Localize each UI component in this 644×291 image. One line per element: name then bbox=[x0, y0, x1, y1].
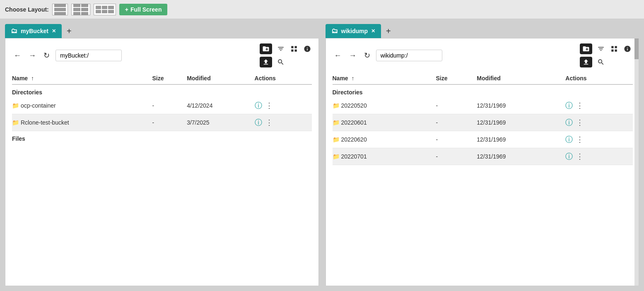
right-row4-more-icon[interactable]: ⋮ bbox=[576, 152, 584, 161]
right-toolbar: ← → ↻ bbox=[326, 38, 639, 72]
right-row-actions-2: ⓘ ⋮ bbox=[565, 114, 633, 131]
folder-icon: 📁 bbox=[333, 153, 340, 160]
right-row2-more-icon[interactable]: ⋮ bbox=[576, 118, 584, 127]
scrollbar-thumb[interactable] bbox=[634, 38, 639, 59]
left-new-folder-button[interactable] bbox=[260, 43, 272, 54]
left-col-modified[interactable]: Modified bbox=[187, 72, 254, 84]
fullscreen-plus-icon: + bbox=[125, 6, 128, 13]
right-search-button[interactable] bbox=[596, 58, 605, 67]
left-row-name-1: 📁 ocp-container bbox=[12, 97, 152, 114]
right-panel: 🗂 wikidump ✕ + ← → ↻ bbox=[326, 24, 639, 286]
choose-layout-label: Choose Layout: bbox=[5, 6, 49, 13]
right-row3-more-icon[interactable]: ⋮ bbox=[576, 135, 584, 144]
right-table-row: 📁 20220520 - 12/31/1969 ⓘ ⋮ bbox=[333, 97, 633, 114]
left-row2-more-icon[interactable]: ⋮ bbox=[265, 118, 273, 127]
left-toolbar-right bbox=[260, 43, 312, 67]
right-sort-icon: ↑ bbox=[352, 75, 355, 82]
right-grid-button[interactable] bbox=[610, 44, 619, 53]
folder-icon: 📁 bbox=[12, 119, 19, 126]
left-row-actions-1: ⓘ ⋮ bbox=[255, 97, 312, 114]
right-refresh-button[interactable]: ↻ bbox=[362, 50, 372, 61]
right-new-folder-button[interactable] bbox=[580, 43, 592, 54]
fullscreen-button[interactable]: + Full Screen bbox=[119, 4, 168, 15]
left-row-size-2: - bbox=[152, 114, 187, 131]
left-panel-tabs: 🗂 myBucket ✕ + bbox=[5, 24, 319, 38]
right-tab-folder-icon: 🗂 bbox=[331, 27, 338, 35]
right-col-name[interactable]: Name ↑ bbox=[333, 72, 436, 84]
right-row-name-2: 📁 20220601 bbox=[333, 114, 436, 131]
right-back-button[interactable]: ← bbox=[333, 51, 343, 61]
right-tab-wikidump[interactable]: 🗂 wikidump ✕ bbox=[326, 24, 381, 38]
left-file-table: Name ↑ Size Modified Actions bbox=[12, 72, 312, 144]
right-col-size[interactable]: Size bbox=[436, 72, 477, 84]
folder-icon: 📁 bbox=[12, 102, 19, 109]
left-tab-close-icon[interactable]: ✕ bbox=[52, 28, 56, 34]
layout-1col-button[interactable] bbox=[52, 4, 68, 15]
right-row2-info-icon[interactable]: ⓘ bbox=[565, 118, 573, 127]
folder-icon: 📁 bbox=[333, 119, 340, 126]
right-table-row: 📁 20220620 - 12/31/1969 ⓘ ⋮ bbox=[333, 131, 633, 148]
left-files-header: Files bbox=[12, 131, 312, 144]
left-forward-button[interactable]: → bbox=[27, 51, 38, 61]
left-upload-button[interactable] bbox=[260, 57, 272, 67]
right-upload-button[interactable] bbox=[580, 57, 592, 67]
left-panel-body: ← → ↻ bbox=[5, 38, 319, 286]
right-row1-more-icon[interactable]: ⋮ bbox=[576, 101, 584, 110]
right-toolbar-right bbox=[580, 43, 632, 67]
folder-icon: 📁 bbox=[333, 136, 340, 143]
right-row4-info-icon[interactable]: ⓘ bbox=[565, 152, 573, 161]
right-col-actions: Actions bbox=[565, 72, 633, 84]
left-info-button[interactable] bbox=[303, 44, 312, 53]
right-row-size-4: - bbox=[436, 148, 477, 165]
right-row-actions-3: ⓘ ⋮ bbox=[565, 131, 633, 148]
left-row1-info-icon[interactable]: ⓘ bbox=[255, 101, 262, 111]
left-back-button[interactable]: ← bbox=[12, 51, 23, 61]
scrollbar-track[interactable] bbox=[634, 38, 639, 286]
left-refresh-button[interactable]: ↻ bbox=[42, 50, 51, 61]
right-row-modified-2: 12/31/1969 bbox=[477, 114, 565, 131]
right-file-table-wrapper: Name ↑ Size Modified Actions bbox=[326, 72, 639, 286]
left-path-input[interactable] bbox=[55, 50, 122, 61]
left-row2-info-icon[interactable]: ⓘ bbox=[255, 118, 262, 127]
left-panel: 🗂 myBucket ✕ + ← → ↻ bbox=[5, 24, 319, 286]
right-col-modified[interactable]: Modified bbox=[477, 72, 565, 84]
right-panel-body: ← → ↻ bbox=[326, 38, 639, 286]
right-row1-info-icon[interactable]: ⓘ bbox=[565, 101, 573, 111]
left-row-modified-1: 4/12/2024 bbox=[187, 97, 254, 114]
right-row-actions-4: ⓘ ⋮ bbox=[565, 148, 633, 165]
layout-3col-button[interactable] bbox=[94, 4, 116, 15]
left-search-button[interactable] bbox=[276, 58, 285, 67]
top-bar: Choose Layout: + Full S bbox=[0, 0, 644, 19]
left-tab-mybucket[interactable]: 🗂 myBucket ✕ bbox=[5, 24, 62, 38]
left-row1-more-icon[interactable]: ⋮ bbox=[265, 101, 273, 110]
right-path-input[interactable] bbox=[376, 50, 442, 61]
right-filter-button[interactable] bbox=[596, 44, 605, 53]
right-row-modified-3: 12/31/1969 bbox=[477, 131, 565, 148]
left-grid-button[interactable] bbox=[289, 44, 299, 53]
left-add-tab-button[interactable]: + bbox=[63, 25, 75, 37]
right-table-row: 📁 20220601 - 12/31/1969 ⓘ ⋮ bbox=[333, 114, 633, 131]
right-row-size-1: - bbox=[436, 97, 477, 114]
left-col-size[interactable]: Size bbox=[152, 72, 187, 84]
right-panel-tabs: 🗂 wikidump ✕ + bbox=[326, 24, 639, 38]
right-forward-button[interactable]: → bbox=[347, 51, 358, 61]
left-row-size-1: - bbox=[152, 97, 187, 114]
left-filter-button[interactable] bbox=[276, 44, 285, 53]
right-row3-info-icon[interactable]: ⓘ bbox=[565, 135, 573, 144]
right-file-table: Name ↑ Size Modified Actions bbox=[333, 72, 633, 165]
left-col-name[interactable]: Name ↑ bbox=[12, 72, 152, 84]
right-tab-close-icon[interactable]: ✕ bbox=[371, 28, 375, 34]
right-info-button[interactable] bbox=[623, 44, 632, 53]
left-file-table-wrapper: Name ↑ Size Modified Actions bbox=[5, 72, 318, 286]
right-add-tab-button[interactable]: + bbox=[383, 25, 394, 37]
left-sort-icon: ↑ bbox=[31, 75, 34, 82]
left-table-row: 📁 ocp-container - 4/12/2024 ⓘ ⋮ bbox=[12, 97, 312, 114]
right-row-size-2: - bbox=[436, 114, 477, 131]
right-row-modified-1: 12/31/1969 bbox=[477, 97, 565, 114]
left-row-name-2: 📁 Rclone-test-bucket bbox=[12, 114, 152, 131]
main-content: 🗂 myBucket ✕ + ← → ↻ bbox=[0, 19, 644, 291]
left-directories-header: Directories bbox=[12, 84, 312, 97]
right-tab-label: wikidump bbox=[341, 28, 368, 34]
layout-2col-button[interactable] bbox=[71, 4, 90, 15]
right-row-name-1: 📁 20220520 bbox=[333, 97, 436, 114]
